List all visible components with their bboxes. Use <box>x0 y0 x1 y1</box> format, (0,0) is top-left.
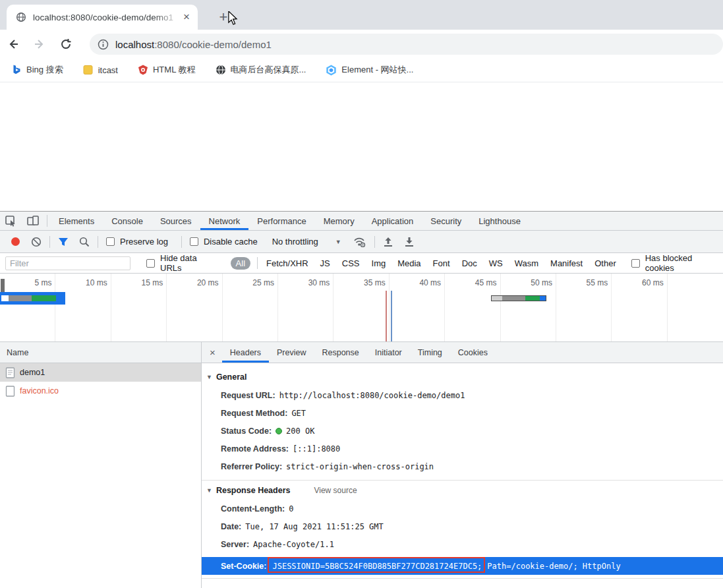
tab-application[interactable]: Application <box>363 212 422 230</box>
header-row-content-length: Content-Length: 0 <box>202 500 723 517</box>
tab-security[interactable]: Security <box>422 212 470 230</box>
set-cookie-session-id: JSESSIONID=5B8C524F0BD885BF277CD281724E7… <box>271 562 483 571</box>
reload-button[interactable] <box>53 31 79 57</box>
header-row-set-cookie[interactable]: Set-Cookie: JSESSIONID=5B8C524F0BD885BF2… <box>202 557 723 575</box>
tab-memory[interactable]: Memory <box>315 212 363 230</box>
browser-tab[interactable]: localhost:8080/cookie-demo/demo1 × <box>7 5 198 30</box>
headers-content: ▼ General Request URL: http://localhost:… <box>202 363 723 588</box>
waterfall-segment-end <box>540 296 546 301</box>
bing-icon <box>12 65 22 76</box>
tab-performance[interactable]: Performance <box>248 212 314 230</box>
document-icon <box>5 367 15 378</box>
hide-data-urls-checkbox[interactable]: Hide data URLs <box>141 253 221 273</box>
disable-cache-checkbox[interactable]: Disable cache <box>185 237 263 247</box>
network-conditions-icon[interactable] <box>348 237 372 247</box>
network-toolbar: Preserve log Disable cache No throttling… <box>0 231 723 253</box>
tab-cookies[interactable]: Cookies <box>450 342 496 363</box>
filter-type-css[interactable]: CSS <box>336 258 366 268</box>
general-section-header[interactable]: ▼ General <box>202 367 723 386</box>
filter-type-js[interactable]: JS <box>314 258 336 268</box>
view-source-link[interactable]: View source <box>314 486 357 495</box>
preserve-log-checkbox[interactable]: Preserve log <box>101 237 173 247</box>
search-icon[interactable] <box>74 237 95 247</box>
filter-type-font[interactable]: Font <box>427 258 456 268</box>
close-detail-icon[interactable]: × <box>202 347 222 358</box>
device-toolbar-icon[interactable] <box>22 216 44 226</box>
filter-type-media[interactable]: Media <box>391 258 426 268</box>
filter-type-manifest[interactable]: Manifest <box>544 258 589 268</box>
waterfall-bar-demo1[interactable] <box>0 292 65 305</box>
clear-button[interactable] <box>26 237 47 247</box>
request-headers-section-header[interactable]: ▼ Request Headers View source <box>202 581 723 588</box>
network-filter-input[interactable] <box>5 256 130 270</box>
forward-button[interactable] <box>26 31 53 57</box>
filter-type-ws[interactable]: WS <box>483 258 509 268</box>
tab-preview[interactable]: Preview <box>269 342 314 363</box>
tab-console[interactable]: Console <box>103 212 152 230</box>
set-cookie-attributes: Path=/cookie-demo/; HttpOnly <box>487 562 620 571</box>
network-timeline[interactable]: 5 ms 10 ms 15 ms 20 ms 25 ms 30 ms 35 ms… <box>0 274 723 342</box>
timeline-tick: 25 ms <box>223 274 278 341</box>
throttling-select[interactable]: No throttling <box>272 237 318 247</box>
timeline-tick: 45 ms <box>445 274 500 341</box>
section-title: General <box>216 372 247 382</box>
header-row-date: Date: Tue, 17 Aug 2021 11:51:25 GMT <box>202 517 723 535</box>
waterfall-bar-favicon[interactable] <box>491 295 546 301</box>
hide-data-urls-label: Hide data URLs <box>160 253 216 273</box>
filter-type-other[interactable]: Other <box>589 258 622 268</box>
timeline-tick: 35 ms <box>333 274 389 341</box>
request-list: Name demo1 favicon.ico <box>0 342 202 588</box>
filter-toggle-icon[interactable] <box>53 237 74 247</box>
chevron-down-icon[interactable]: ▼ <box>335 239 341 245</box>
import-har-icon[interactable] <box>378 237 399 247</box>
waterfall-segment-waiting <box>502 296 525 301</box>
url-field[interactable]: localhost:8080/cookie-demo/demo1 <box>90 34 723 55</box>
tab-initiator[interactable]: Initiator <box>367 342 410 363</box>
bookmark-ecommerce[interactable]: 电商后台高保真原... <box>216 64 306 76</box>
tab-response[interactable]: Response <box>314 342 366 363</box>
bookmark-element[interactable]: Element - 网站快... <box>326 64 413 76</box>
tab-elements[interactable]: Elements <box>50 212 103 230</box>
tab-close-icon[interactable]: × <box>181 11 192 24</box>
filter-type-doc[interactable]: Doc <box>456 258 483 268</box>
export-har-icon[interactable] <box>399 237 420 247</box>
divider <box>98 236 98 248</box>
html-tutorial-icon <box>138 65 148 75</box>
record-button[interactable] <box>5 237 26 247</box>
timeline-ticks: 5 ms 10 ms 15 ms 20 ms 25 ms 30 ms 35 ms… <box>0 274 723 341</box>
timeline-tick: 40 ms <box>390 274 445 341</box>
filter-type-wasm[interactable]: Wasm <box>509 258 544 268</box>
has-blocked-cookies-checkbox[interactable]: Has blocked cookies <box>626 253 723 273</box>
page-info-icon[interactable] <box>98 39 109 50</box>
checkbox[interactable] <box>146 259 155 268</box>
load-event-line <box>391 291 392 341</box>
inspect-element-icon[interactable] <box>0 216 22 227</box>
checkbox[interactable] <box>106 237 115 246</box>
filter-type-all[interactable]: All <box>231 257 250 270</box>
bookmark-bing[interactable]: Bing 搜索 <box>12 64 63 76</box>
globe-icon <box>216 65 226 75</box>
tab-network[interactable]: Network <box>200 212 249 230</box>
tab-timing[interactable]: Timing <box>410 342 450 363</box>
tab-lighthouse[interactable]: Lighthouse <box>470 212 529 230</box>
response-headers-section-header[interactable]: ▼ Response Headers View source <box>202 481 723 500</box>
request-list-header[interactable]: Name <box>0 342 201 363</box>
itcast-icon <box>83 65 94 75</box>
filter-type-img[interactable]: Img <box>366 258 392 268</box>
divider <box>374 236 375 248</box>
request-row-favicon[interactable]: favicon.ico <box>0 382 201 400</box>
network-detail-area: Name demo1 favicon.ico × Headers Preview… <box>0 342 723 588</box>
checkbox[interactable] <box>631 259 640 268</box>
timeline-tick: 5 ms <box>0 274 55 341</box>
header-row-server: Server: Apache-Coyote/1.1 <box>202 535 723 553</box>
timeline-tick: 10 ms <box>55 274 111 341</box>
filter-type-fetch-xhr[interactable]: Fetch/XHR <box>260 258 314 268</box>
tab-sources[interactable]: Sources <box>152 212 200 230</box>
bookmark-html-tutorial[interactable]: HTML 教程 <box>138 64 196 76</box>
checkbox[interactable] <box>190 237 198 246</box>
bookmark-itcast[interactable]: itcast <box>83 65 118 75</box>
request-row-demo1[interactable]: demo1 <box>0 363 201 382</box>
tab-title: localhost:8080/cookie-demo/demo1 <box>33 13 181 22</box>
tab-headers[interactable]: Headers <box>222 342 269 363</box>
back-button[interactable] <box>0 31 26 57</box>
